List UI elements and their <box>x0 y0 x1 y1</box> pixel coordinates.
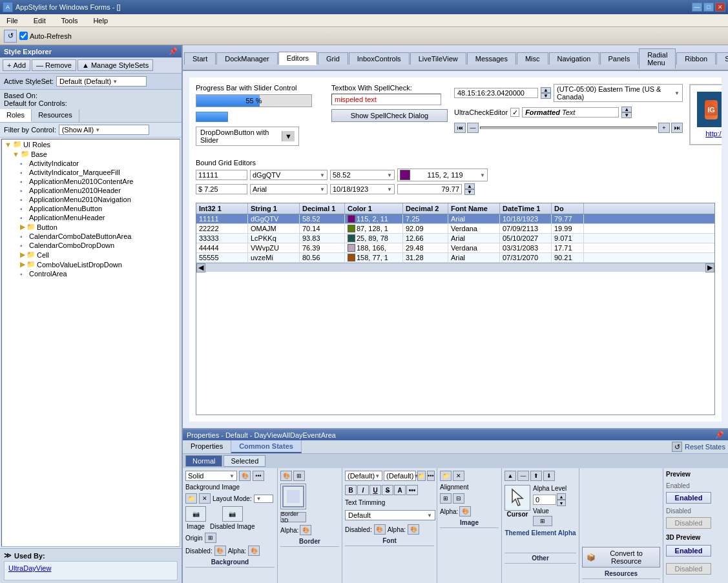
tree-item-base[interactable]: ▼ 📁 Base <box>2 149 180 159</box>
formatted-text-box[interactable]: Formatted Text <box>522 107 619 118</box>
tab-messages[interactable]: Messages <box>467 52 516 65</box>
border-extra-btn[interactable]: ⊞ <box>293 471 305 481</box>
grid-editor-currency[interactable]: $ 7.25 <box>196 184 247 194</box>
tree-item[interactable]: ▪ ActivityIndicator <box>2 159 180 168</box>
auto-refresh-check[interactable]: Auto-Refresh <box>19 32 72 40</box>
tab-misc[interactable]: Misc <box>517 52 548 65</box>
close-button[interactable]: ✕ <box>715 3 725 12</box>
font-extra-btn2[interactable]: ••• <box>406 485 418 495</box>
image-btn[interactable]: 📷 <box>185 506 206 522</box>
auto-refresh-checkbox[interactable] <box>19 32 28 40</box>
border-3d-btn[interactable]: Border 3D <box>280 512 306 522</box>
manage-stylesets-button[interactable]: ▲ Manage StyleSets <box>78 59 153 71</box>
align-h-btn[interactable]: ⊞ <box>440 493 452 504</box>
cursor-up-btn[interactable]: ▲ <box>504 471 516 481</box>
alpha-spin-up[interactable]: ▲ <box>557 493 566 500</box>
tree-item[interactable]: ▪ ApplicationMenuButton <box>2 204 180 213</box>
alpha-spin-down[interactable]: ▼ <box>557 500 566 506</box>
bold-btn[interactable]: B <box>345 485 357 495</box>
tree-root[interactable]: ▼ 📁 UI Roles <box>2 139 180 149</box>
state-tab-selected[interactable]: Selected <box>224 455 265 467</box>
dropdown-button-slider[interactable]: DropDownButton with Slider ▼ <box>196 127 299 146</box>
player-end-button[interactable]: ⏭ <box>671 123 683 133</box>
border-color-btn[interactable]: 🎨 <box>280 471 292 481</box>
tree-item-combo[interactable]: ▶ 📁 ComboValueListDropDown <box>2 260 180 269</box>
grid-row[interactable]: 55555 uvzeMi 80.56 158, 77, 1 31.28 Aria… <box>196 253 714 263</box>
tree-item[interactable]: ▪ CalendarComboDropDown <box>2 241 180 250</box>
reset-states-icon[interactable]: ↺ <box>672 442 682 452</box>
ultra-check-editor[interactable]: ✓ <box>510 108 519 117</box>
font-disabled-btn[interactable]: 🎨 <box>374 524 386 535</box>
value-btn[interactable]: ⊞ <box>533 516 552 526</box>
bg-clear-btn[interactable]: ✕ <box>199 493 211 504</box>
grid-editor-decimal[interactable]: 58.52▼ <box>330 170 395 180</box>
grid-row[interactable]: 44444 VWvpZU 76.39 188, 166, 29.48 Verda… <box>196 243 714 253</box>
add-button[interactable]: + Add <box>3 59 30 71</box>
font-extra-btn[interactable]: ••• <box>427 471 434 481</box>
border-alpha-btn[interactable]: 🎨 <box>300 525 311 535</box>
solid-dropdown[interactable]: Solid ▼ <box>185 471 237 481</box>
underline-btn[interactable]: U <box>369 485 381 495</box>
logo-url-link[interactable]: http://www.infragistics.com <box>705 130 722 138</box>
tree-item[interactable]: ▪ ActivityIndicator_MarqueeFill <box>2 168 180 177</box>
background-extra-btn[interactable]: ••• <box>253 471 264 481</box>
state-tab-normal[interactable]: Normal <box>185 455 222 467</box>
background-color-btn[interactable]: 🎨 <box>239 471 251 481</box>
tab-start[interactable]: Start <box>184 52 216 65</box>
time-spin-up[interactable]: ▲ <box>541 87 551 93</box>
bg-browse-btn[interactable]: 📁 <box>185 493 197 504</box>
tree-item[interactable]: ▪ ApplicationMenuHeader <box>2 213 180 222</box>
time-spin-down[interactable]: ▼ <box>541 93 551 99</box>
used-by-link[interactable]: UltraDayView <box>8 564 51 572</box>
italic-btn[interactable]: I <box>357 485 369 495</box>
player-forward-button[interactable]: + <box>658 123 670 133</box>
grid-editor-color[interactable]: 115, 2, 119 ▼ <box>397 169 488 181</box>
menu-file[interactable]: File <box>3 15 22 26</box>
tab-resources[interactable]: Resources <box>32 109 79 122</box>
alpha-level-input[interactable] <box>533 495 556 505</box>
player-start-button[interactable]: ⏮ <box>454 123 466 133</box>
grid-editor-date[interactable]: 10/18/1923▼ <box>330 184 395 194</box>
grid-editor-string[interactable]: dGgQTV▼ <box>250 170 328 180</box>
progress-slider[interactable] <box>196 112 228 122</box>
player-slider[interactable] <box>480 127 657 129</box>
hscroll-left-button[interactable]: ◀ <box>196 263 205 272</box>
refresh-button[interactable]: ↺ <box>4 30 17 43</box>
menu-help[interactable]: Help <box>89 15 112 26</box>
tree-item-cell[interactable]: ▶ 📁 Cell <box>2 250 180 260</box>
timezone-dropdown[interactable]: (UTC-05:00) Eastern Time (US & Canada) ▼ <box>554 84 683 102</box>
grid-editor-int[interactable]: 11111 <box>196 170 247 180</box>
tab-dockmanager[interactable]: DockManager <box>216 52 277 65</box>
alpha-bg-btn[interactable]: 🎨 <box>248 546 260 556</box>
bottom-tab-commonstates[interactable]: Common States <box>231 440 302 453</box>
cursor-down-btn[interactable]: — <box>517 471 529 481</box>
tab-inboxcontrols[interactable]: InboxControls <box>349 52 410 65</box>
layout-mode-dropdown[interactable]: ▼ <box>254 495 273 503</box>
grid-editor-value[interactable]: 79.77 <box>397 184 462 194</box>
tree-item[interactable]: ▪ ApplicationMenu2010Header <box>2 186 180 195</box>
tab-livetileview[interactable]: LiveTileView <box>410 52 466 65</box>
grid-spin-down[interactable]: ▼ <box>464 189 475 195</box>
disabled-bg-btn[interactable]: 🎨 <box>214 546 226 556</box>
strikethrough-btn[interactable]: S <box>382 485 393 495</box>
menu-tools[interactable]: Tools <box>57 15 82 26</box>
tab-schedule[interactable]: Schedule <box>716 52 728 65</box>
tab-navigation[interactable]: Navigation <box>549 52 599 65</box>
tree-item[interactable]: ▪ CalendarComboDateButtonArea <box>2 232 180 241</box>
reset-states-label[interactable]: Reset States <box>685 443 725 451</box>
remove-button[interactable]: — Remove <box>32 59 76 71</box>
text-trimming-dropdown[interactable]: Default ▼ <box>345 510 435 520</box>
spellcheck-button[interactable]: Show SpellCheck Dialog <box>331 109 448 122</box>
grid-row[interactable]: 22222 OMAJM 70.14 87, 128, 1 92.09 Verda… <box>196 224 714 234</box>
image-browse-btn[interactable]: 📁 <box>440 471 452 481</box>
formatted-spin-up[interactable]: ▲ <box>621 107 632 112</box>
font-browse-btn[interactable]: 📁 <box>417 471 426 481</box>
maximize-button[interactable]: □ <box>703 3 714 12</box>
font-alpha-btn[interactable]: 🎨 <box>408 524 419 535</box>
active-styleset-dropdown[interactable]: Default (Default) ▼ <box>56 76 147 87</box>
tab-radial-menu[interactable]: Radial Menu <box>639 48 676 68</box>
image-clear-btn[interactable]: ✕ <box>453 471 464 481</box>
menu-edit[interactable]: Edit <box>30 15 50 26</box>
filter-dropdown[interactable]: (Show All) ▼ <box>59 125 149 135</box>
tab-panels[interactable]: Panels <box>600 52 639 65</box>
